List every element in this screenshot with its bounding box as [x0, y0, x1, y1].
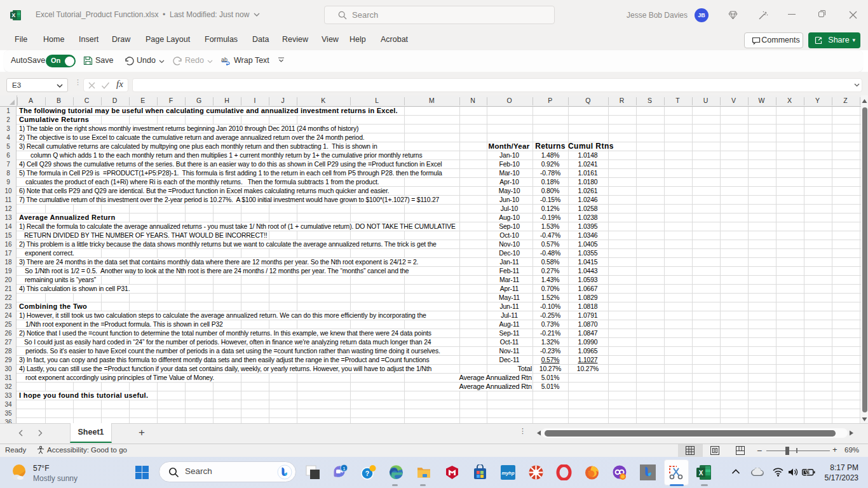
svg-text:X: X: [11, 12, 15, 18]
svg-text:1: 1: [342, 466, 346, 471]
svg-text:myhp: myhp: [501, 470, 514, 476]
svg-text:X: X: [699, 470, 703, 477]
svg-text:?: ?: [365, 470, 369, 477]
